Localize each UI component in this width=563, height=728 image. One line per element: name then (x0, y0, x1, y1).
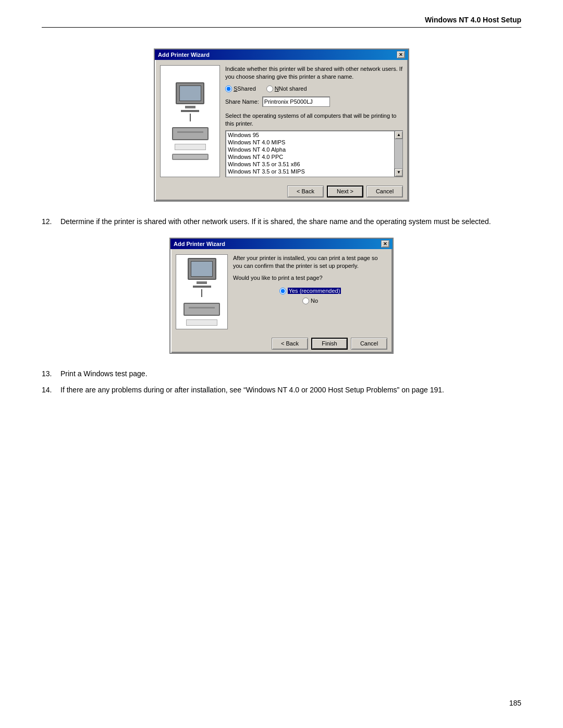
scrollbar-track (395, 139, 402, 168)
close-button-1[interactable]: ✕ (397, 51, 405, 58)
share-name-input[interactable] (262, 96, 330, 107)
dialog1-body: Indicate whether this printer will be sh… (155, 60, 408, 182)
next-button-1[interactable]: Next > (327, 186, 363, 198)
cable-line-2 (201, 289, 202, 297)
yes-option[interactable]: Yes (recommended) (279, 288, 341, 294)
page-number: 185 (509, 699, 521, 707)
dialog2-body: After your printer is installed, you can… (170, 249, 393, 335)
dialog2-question: Would you like to print a test page? (233, 274, 387, 282)
list-item[interactable]: Windows 95 (227, 131, 401, 139)
dialog2-title: Add Printer Wizard (174, 241, 225, 247)
printer-slot-2 (189, 307, 215, 309)
yes-radio[interactable] (279, 288, 286, 294)
no-option[interactable]: No (302, 298, 318, 304)
dialog2-content: After your printer is installed, you can… (233, 254, 387, 329)
step-14-number: 14. (42, 385, 56, 396)
dialog2-description: After your printer is installed, you can… (233, 254, 387, 270)
keyboard-icon (172, 154, 209, 160)
not-shared-option[interactable]: NNot shared (266, 85, 307, 92)
monitor-stand (181, 110, 199, 112)
dialog2-container: Add Printer Wizard ✕ (42, 238, 521, 354)
back-button-2[interactable]: < Back (272, 338, 308, 350)
no-radio[interactable] (302, 298, 309, 304)
add-printer-wizard-dialog-1: Add Printer Wizard ✕ (154, 48, 409, 202)
step-13-text: Print a Windows test page. (60, 368, 521, 379)
list-item[interactable]: Windows NT 3.5 or 3.51 x86 (227, 161, 401, 168)
os-listbox-wrapper: Windows 95 Windows NT 4.0 MIPS Windows N… (225, 130, 403, 177)
step-14-text: If there are any problems during or afte… (60, 385, 521, 396)
printer-slot (177, 131, 203, 133)
paper-stack-2 (186, 319, 217, 326)
scrollbar-down-arrow[interactable]: ▼ (395, 168, 403, 177)
monitor-icon (176, 82, 204, 104)
page-footer: 185 (509, 699, 521, 707)
cancel-button-2[interactable]: Cancel (351, 338, 387, 350)
dialog1-description: Indicate whether this printer will be sh… (225, 65, 403, 81)
dialog1-title: Add Printer Wizard (158, 52, 210, 58)
computer-illustration (164, 82, 216, 160)
computer-illustration-2 (176, 258, 228, 326)
step-12: 12. Determine if the printer is shared w… (42, 216, 521, 227)
paper-stack (175, 144, 206, 150)
monitor-screen-2 (191, 261, 213, 277)
add-printer-wizard-dialog-2: Add Printer Wizard ✕ (169, 238, 394, 354)
cable-line (190, 114, 191, 121)
test-page-radio-group: Yes (recommended) No (233, 288, 387, 304)
monitor-base-2 (197, 281, 207, 284)
monitor-base (185, 106, 195, 108)
dialog2-buttons: < Back Finish Cancel (170, 335, 393, 353)
step-14: 14. If there are any problems during or … (42, 385, 521, 396)
printer-icon-2 (183, 303, 220, 316)
back-button-1[interactable]: < Back (287, 186, 324, 198)
shared-option[interactable]: SShared (225, 85, 256, 92)
step-13: 13. Print a Windows test page. (42, 368, 521, 379)
printer-icon (172, 127, 209, 140)
list-item[interactable]: Windows NT 4.0 PPC (227, 153, 401, 161)
share-name-label: Share Name: (225, 98, 259, 105)
not-shared-label: NNot shared (275, 85, 307, 92)
steps-list-1: 12. Determine if the printer is shared w… (42, 216, 521, 227)
list-item[interactable]: Windows NT 3.5 or 3.51 MIPS (227, 168, 401, 175)
yes-label-text: Yes (recommended) (288, 288, 341, 294)
dialog1-container: Add Printer Wizard ✕ (42, 48, 521, 202)
finish-button[interactable]: Finish (311, 338, 348, 350)
dialog1-content: Indicate whether this printer will be sh… (225, 65, 403, 177)
scrollbar-up-arrow[interactable]: ▲ (395, 131, 403, 139)
shared-label: SShared (234, 85, 256, 92)
os-list: Windows 95 Windows NT 4.0 MIPS Windows N… (226, 131, 402, 176)
header-title: Windows NT 4.0 Host Setup (425, 16, 521, 24)
shared-radio[interactable] (225, 85, 232, 92)
yes-label: Yes (recommended) (288, 288, 341, 294)
dialog1-titlebar: Add Printer Wizard ✕ (155, 50, 408, 60)
list-item[interactable]: Windows NT 4.0 MIPS (227, 139, 401, 146)
monitor-stand-2 (193, 286, 211, 288)
step-12-number: 12. (42, 216, 56, 227)
dialog1-buttons: < Back Next > Cancel (155, 182, 408, 201)
step-13-number: 13. (42, 368, 56, 379)
dialog2-titlebar: Add Printer Wizard ✕ (170, 239, 393, 249)
dialog2-image-panel (176, 254, 228, 329)
dialog1-image-panel (160, 65, 220, 177)
monitor-icon-2 (188, 258, 216, 280)
not-shared-radio[interactable] (266, 85, 273, 92)
page-header: Windows NT 4.0 Host Setup (42, 16, 521, 28)
no-label: No (311, 298, 318, 304)
page-container: Windows NT 4.0 Host Setup Add Printer Wi… (0, 0, 563, 728)
steps-list-2: 13. Print a Windows test page. 14. If th… (42, 368, 521, 396)
share-name-row: Share Name: (225, 96, 403, 107)
os-scrollbar[interactable]: ▲ ▼ (394, 131, 402, 177)
os-listbox[interactable]: Windows 95 Windows NT 4.0 MIPS Windows N… (225, 130, 403, 177)
list-item[interactable]: Windows NT 4.0 Alpha (227, 146, 401, 153)
close-button-2[interactable]: ✕ (381, 240, 389, 248)
monitor-screen (179, 85, 201, 101)
step-12-text: Determine if the printer is shared with … (60, 216, 521, 227)
os-label: Select the operating systems of all comp… (225, 112, 403, 128)
sharing-radio-group: SShared NNot shared (225, 85, 403, 92)
cancel-button-1[interactable]: Cancel (366, 186, 403, 198)
